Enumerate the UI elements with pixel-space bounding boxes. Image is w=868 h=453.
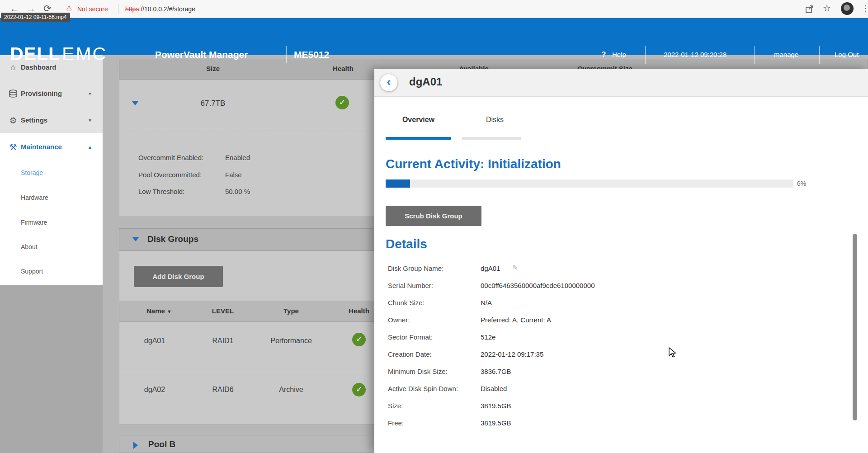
share-icon[interactable] bbox=[805, 4, 815, 14]
help-link[interactable]: Help bbox=[612, 50, 626, 59]
logout-link[interactable]: Log Out bbox=[835, 50, 859, 59]
detail-label: Chunk Size: bbox=[388, 299, 425, 307]
section-collapse-icon[interactable] bbox=[132, 237, 139, 241]
section-expand-icon[interactable] bbox=[133, 442, 138, 449]
pool-expand-icon[interactable] bbox=[132, 101, 139, 105]
dg-name: dgA02 bbox=[144, 386, 165, 394]
sidebar-item-label: Settings bbox=[21, 116, 47, 124]
details-heading: Details bbox=[386, 237, 427, 251]
app-title: PowerVault Manager bbox=[155, 49, 248, 60]
panel-footer-divider bbox=[380, 431, 868, 431]
detail-label: Owner: bbox=[388, 316, 410, 324]
overcommit-enabled-label: Overcommit Enabled: bbox=[138, 154, 203, 161]
address-bar[interactable]: https://10.0.0.2/#/storage bbox=[125, 0, 195, 18]
app-header: DELLEMC PowerVault Manager ME5012 ? Help… bbox=[0, 18, 868, 55]
disk-group-detail-panel: ‹ dgA01 Overview Disks Current Activity:… bbox=[374, 69, 868, 453]
col-name[interactable]: Name ▼ bbox=[146, 307, 172, 315]
sidebar-item-label: Maintenance bbox=[21, 143, 62, 151]
dg-level: RAID1 bbox=[212, 337, 233, 345]
inactive-tab-indicator bbox=[462, 137, 521, 140]
logo-dell: DELL bbox=[10, 43, 60, 64]
sidebar-subitem-about[interactable]: About bbox=[21, 243, 38, 250]
panel-title: dgA01 bbox=[409, 76, 442, 88]
dell-emc-logo: DELLEMC bbox=[10, 43, 107, 65]
add-disk-group-button[interactable]: Add Disk Group bbox=[134, 266, 223, 287]
col-size: Size bbox=[206, 65, 220, 72]
back-chevron-icon: ‹ bbox=[387, 75, 391, 89]
browser-menu-icon[interactable]: ⋮ bbox=[862, 4, 868, 13]
header-divider bbox=[645, 46, 646, 64]
detail-value: 3819.5GB bbox=[481, 402, 511, 410]
user-menu[interactable]: manage bbox=[774, 50, 798, 59]
active-tab-indicator bbox=[386, 137, 451, 140]
low-threshold-value: 50.00 % bbox=[225, 188, 250, 195]
dg-health-ok-icon: ✓ bbox=[352, 333, 366, 346]
sidebar-item-settings[interactable]: ⚙ Settings ▾ bbox=[0, 112, 103, 130]
pool-overcommitted-value: False bbox=[225, 171, 242, 179]
detail-value: 2022-01-12 09:17:35 bbox=[481, 350, 543, 358]
col-health[interactable]: Health bbox=[349, 307, 369, 315]
detail-label: Free: bbox=[388, 419, 404, 427]
title-divider bbox=[286, 46, 287, 63]
chevron-up-icon: ▴ bbox=[89, 144, 91, 150]
panel-header: ‹ dgA01 bbox=[374, 69, 868, 97]
pool-b-title: Pool B bbox=[148, 439, 175, 449]
col-level[interactable]: LEVEL bbox=[212, 307, 234, 315]
dg-type: Performance bbox=[270, 337, 312, 345]
header-datetime: 2022-01-12 09:20:28 bbox=[664, 50, 726, 59]
col-type[interactable]: Type bbox=[283, 307, 299, 315]
database-icon bbox=[7, 90, 19, 99]
browser-profile-avatar[interactable] bbox=[841, 2, 854, 15]
detail-value: 00c0ff6463560000af9cde6100000000 bbox=[481, 282, 594, 289]
initialization-progress-bar bbox=[386, 179, 793, 188]
detail-value: Preferred: A, Current: A bbox=[481, 316, 551, 324]
current-activity-heading: Current Activity: Initialization bbox=[386, 157, 561, 171]
detail-value: 3836.7GB bbox=[481, 368, 511, 375]
detail-label: Serial Number: bbox=[388, 282, 433, 289]
detail-label: Minimum Disk Size: bbox=[388, 368, 448, 375]
header-divider bbox=[754, 46, 755, 64]
sidebar-item-maintenance[interactable]: ⚒ Maintenance ▴ bbox=[0, 138, 103, 156]
sidebar-subitem-support[interactable]: Support bbox=[21, 268, 43, 275]
pool-size-value: 67.7TB bbox=[201, 99, 226, 108]
detail-label: Size: bbox=[388, 402, 403, 410]
tab-overview[interactable]: Overview bbox=[386, 116, 451, 124]
tools-icon: ⚒ bbox=[7, 142, 19, 152]
browser-toolbar: ← → ⟳ ⚠ Not secure https://10.0.0.2/#/st… bbox=[0, 0, 868, 18]
detail-value: 3819.5GB bbox=[481, 419, 511, 427]
url-path: ://10.0.0.2/#/storage bbox=[139, 5, 195, 13]
progress-percent-label: 6% bbox=[797, 180, 806, 187]
detail-label: Active Disk Spin Down: bbox=[388, 385, 458, 392]
back-button[interactable]: ‹ bbox=[380, 74, 397, 91]
edit-name-icon[interactable]: ✎ bbox=[512, 264, 518, 272]
mouse-cursor bbox=[668, 347, 678, 358]
detail-label: Creation Date: bbox=[388, 350, 432, 358]
detail-label: Sector Format: bbox=[388, 333, 433, 341]
model-label: ME5012 bbox=[294, 49, 329, 60]
url-divider bbox=[118, 4, 118, 14]
sidebar-item-provisioning[interactable]: Provisioning ▾ bbox=[0, 85, 103, 103]
dg-type: Archive bbox=[279, 386, 303, 394]
low-threshold-label: Low Threshold: bbox=[138, 188, 184, 195]
sidebar-subitem-firmware[interactable]: Firmware bbox=[21, 219, 47, 226]
dg-name: dgA01 bbox=[144, 337, 165, 345]
chevron-down-icon: ▾ bbox=[89, 90, 91, 97]
panel-scrollbar-thumb[interactable] bbox=[853, 234, 857, 420]
sidebar-item-label: Provisioning bbox=[21, 90, 62, 97]
sidebar-subitem-storage[interactable]: Storage bbox=[21, 169, 43, 176]
overcommit-enabled-value: Enabled bbox=[225, 154, 250, 161]
bookmark-star-icon[interactable]: ☆ bbox=[823, 3, 831, 14]
not-secure-label[interactable]: Not secure bbox=[77, 0, 108, 18]
screen: ← → ⟳ ⚠ Not secure https://10.0.0.2/#/st… bbox=[0, 0, 868, 453]
scrub-disk-group-button[interactable]: Scrub Disk Group bbox=[386, 206, 481, 226]
detail-value: 512e bbox=[481, 333, 495, 341]
col-health: Health bbox=[333, 65, 354, 72]
detail-value: dgA01 bbox=[481, 264, 500, 272]
pool-health-ok-icon: ✓ bbox=[335, 96, 349, 109]
sort-desc-icon: ▼ bbox=[167, 309, 172, 314]
tab-disks[interactable]: Disks bbox=[462, 116, 528, 124]
sidebar-subitem-hardware[interactable]: Hardware bbox=[21, 194, 48, 201]
help-icon[interactable]: ? bbox=[601, 50, 606, 59]
pool-overcommitted-label: Pool Overcommitted: bbox=[138, 171, 202, 179]
detail-label: Disk Group Name: bbox=[388, 264, 443, 272]
